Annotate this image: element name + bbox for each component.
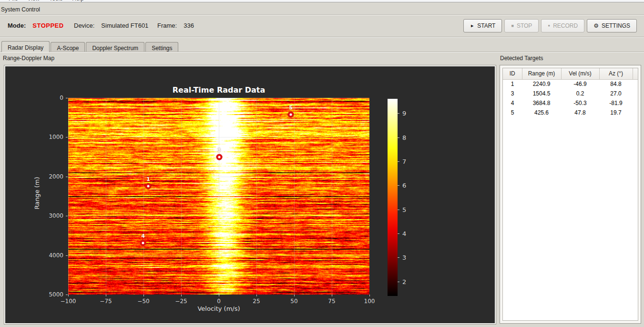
- stop-button-label: STOP: [517, 22, 532, 29]
- colorbar-tick-label: 7: [402, 158, 406, 165]
- target-marker-1[interactable]: [145, 183, 151, 189]
- table-row[interactable]: 12240.9-46.984.8: [503, 79, 638, 89]
- y-tick-label: 4000: [45, 252, 63, 259]
- y-tick-mark: [66, 295, 68, 295]
- start-button[interactable]: ►START: [463, 19, 502, 32]
- x-tick-mark: [143, 295, 144, 296]
- y-axis-label: Range (m): [33, 165, 41, 222]
- divider: [0, 52, 644, 53]
- table-row[interactable]: 43684.8-50.3-81.9: [503, 98, 638, 108]
- control-bar: Mode:STOPPED Device:Simulated FT601 Fram…: [0, 15, 644, 37]
- target-marker-5[interactable]: [288, 112, 294, 118]
- menu-item-view[interactable]: View: [22, 0, 44, 2]
- table-cell: 3684.8: [522, 98, 561, 108]
- table-cell: 27.0: [599, 89, 633, 98]
- table-cell: 47.8: [561, 108, 599, 117]
- tab-settings[interactable]: Settings: [145, 42, 178, 52]
- target-marker-3[interactable]: [216, 154, 222, 160]
- table-cell: 1504.5: [522, 89, 561, 98]
- y-tick-label: 1000: [45, 134, 63, 140]
- target-marker-4[interactable]: [140, 240, 146, 246]
- tab-doppler-spectrum[interactable]: Doppler Spectrum: [86, 42, 144, 52]
- colorbar-tick-label: 4: [402, 230, 406, 237]
- y-tick-mark: [66, 177, 68, 177]
- colorbar-tick-mark: [398, 210, 399, 210]
- colorbar-tick-label: 9: [402, 110, 406, 117]
- record-button: ●RECORD: [541, 19, 584, 32]
- tab-radar-display[interactable]: Radar Display: [1, 41, 50, 52]
- range-doppler-heatmap[interactable]: [68, 98, 369, 295]
- device-label: Device:: [74, 22, 94, 29]
- table-cell: -46.9: [561, 79, 599, 89]
- mode-label: Mode:: [8, 22, 26, 29]
- column-header-range-m-[interactable]: Range (m): [522, 68, 561, 79]
- menu-item-file[interactable]: File: [4, 0, 22, 2]
- table-cell-filler: [633, 89, 638, 98]
- target-marker-label: 1: [146, 176, 150, 182]
- table-cell: 2240.9: [522, 79, 561, 89]
- target-marker-label: 5: [289, 105, 293, 111]
- y-tick-mark: [66, 255, 68, 256]
- frame-field: Frame:336: [157, 22, 194, 29]
- x-tick-mark: [106, 295, 106, 296]
- x-tick-label: −25: [175, 298, 187, 305]
- table-cell: 425.6: [522, 108, 561, 117]
- mode-field: Mode:STOPPED: [8, 22, 64, 29]
- frame-label: Frame:: [157, 22, 177, 29]
- x-tick-label: 25: [253, 298, 260, 305]
- table-row[interactable]: 5425.647.819.7: [503, 108, 638, 117]
- stop-button: ■STOP: [504, 19, 539, 32]
- menu-item-tools[interactable]: Tools: [44, 0, 67, 2]
- table-cell: 1: [503, 79, 522, 89]
- radar-plot-panel[interactable]: Real-Time Radar Data Range (m) Velocity …: [5, 66, 495, 323]
- stop-icon: ■: [511, 24, 513, 28]
- device-value: Simulated FT601: [101, 22, 148, 29]
- colorbar-tick-label: 2: [402, 278, 406, 285]
- start-button-label: START: [477, 22, 495, 29]
- record-icon: ●: [548, 24, 550, 28]
- x-tick-label: 75: [328, 298, 335, 305]
- x-tick-label: −100: [61, 298, 76, 305]
- target-marker-label: 4: [141, 233, 145, 239]
- table-cell: 3: [503, 89, 522, 98]
- colorbar-tick-label: 6: [402, 182, 406, 189]
- x-axis-label: Velocity (m/s): [68, 305, 369, 312]
- tab-a-scope[interactable]: A-Scope: [51, 42, 85, 52]
- detected-targets-table-container[interactable]: IDRange (m)Vel (m/s)Az (°) 12240.9-46.98…: [502, 68, 638, 321]
- target-marker-label: 3: [217, 147, 221, 153]
- table-cell: 0.2: [561, 89, 599, 98]
- y-tick-label: 0: [45, 95, 63, 101]
- colorbar-tick-label: 8: [402, 134, 406, 141]
- range-doppler-map-groupbox: Real-Time Radar Data Range (m) Velocity …: [4, 65, 496, 325]
- control-buttons: ►START■STOP●RECORD⚙SETTINGS: [463, 19, 637, 32]
- colorbar-tick-mark: [398, 233, 399, 234]
- detected-targets-table: IDRange (m)Vel (m/s)Az (°) 12240.9-46.98…: [503, 68, 638, 117]
- menu-bar[interactable]: FileViewToolsHelp: [0, 0, 644, 2]
- detected-targets-groupbox: IDRange (m)Vel (m/s)Az (°) 12240.9-46.98…: [500, 65, 641, 324]
- colorbar-tick-mark: [398, 137, 399, 138]
- divider: [0, 37, 644, 38]
- x-tick-mark: [68, 295, 69, 296]
- column-header-filler: [633, 68, 638, 79]
- colorbar-tick-label: 3: [402, 254, 406, 261]
- menu-item-help[interactable]: Help: [67, 0, 89, 2]
- x-tick-mark: [294, 295, 295, 296]
- x-tick-label: 0: [217, 298, 221, 305]
- colorbar-tick-mark: [398, 113, 399, 114]
- table-cell: 19.7: [599, 108, 633, 117]
- x-tick-mark: [181, 295, 182, 296]
- colorbar-tick-mark: [398, 185, 399, 186]
- settings-button[interactable]: ⚙SETTINGS: [587, 19, 637, 32]
- plot-title: Real-Time Radar Data: [68, 85, 369, 95]
- frame-value: 336: [184, 22, 194, 29]
- table-cell: 84.8: [599, 79, 633, 89]
- record-button-label: RECORD: [553, 22, 578, 29]
- column-header-az-[interactable]: Az (°): [599, 68, 633, 79]
- table-cell-filler: [633, 108, 638, 117]
- column-header-id[interactable]: ID: [503, 68, 522, 79]
- column-header-vel-m-s-[interactable]: Vel (m/s): [561, 68, 599, 79]
- y-tick-mark: [66, 137, 68, 137]
- table-row[interactable]: 31504.50.227.0: [503, 89, 638, 98]
- table-cell: 4: [503, 98, 522, 108]
- table-cell: -81.9: [599, 98, 633, 108]
